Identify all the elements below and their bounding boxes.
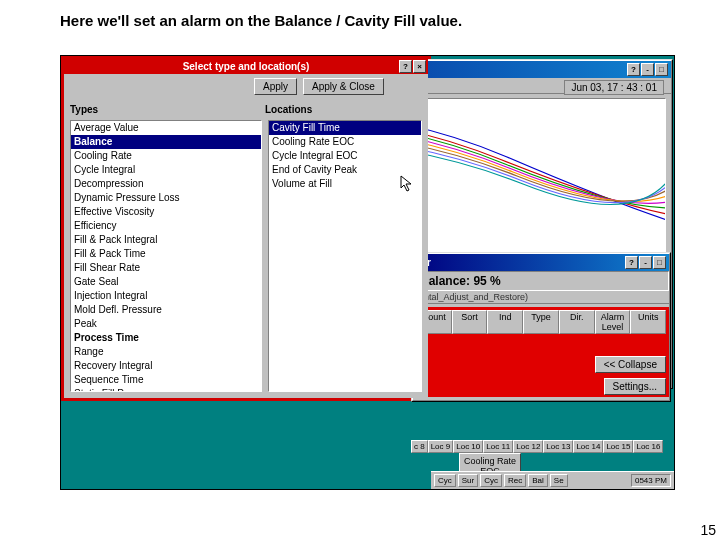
location-item[interactable]: Volume at Fill xyxy=(269,177,421,191)
type-item[interactable]: Average Value xyxy=(71,121,261,135)
location-item[interactable]: Cycle Integral EOC xyxy=(269,149,421,163)
settings-button[interactable]: Settings... xyxy=(604,378,666,395)
loc-tab[interactable]: Loc 10 xyxy=(453,440,483,453)
selector-titlebar[interactable]: Select type and location(s) ? × xyxy=(64,59,428,74)
mouse-cursor-icon xyxy=(400,175,414,193)
type-item[interactable]: Range xyxy=(71,345,261,359)
types-header: Types xyxy=(70,104,265,115)
type-item[interactable]: Fill & Pack Time xyxy=(71,247,261,261)
taskbar: CycSurCycRecBalSe0543 PM xyxy=(431,471,674,489)
alarm-panel: Count Sort Ind Type Dir. Alarm Level Uni… xyxy=(413,307,669,397)
type-item[interactable]: Injection Integral xyxy=(71,289,261,303)
instruction-caption: Here we'll set an alarm on the Balance /… xyxy=(60,12,462,29)
loc-tab[interactable]: Loc 9 xyxy=(428,440,454,453)
locations-listbox[interactable]: Cavity Fill TimeCooling Rate EOCCycle In… xyxy=(268,120,422,392)
type-item[interactable]: Effective Viscosity xyxy=(71,205,261,219)
locations-header: Locations xyxy=(265,104,312,115)
loc-tab[interactable]: Loc 11 xyxy=(483,440,513,453)
location-item[interactable]: End of Cavity Peak xyxy=(269,163,421,177)
type-item[interactable]: Mold Defl. Pressure xyxy=(71,303,261,317)
loc-tab[interactable]: Loc 16 xyxy=(633,440,663,453)
minimize-icon[interactable]: - xyxy=(641,63,654,76)
type-item[interactable]: Cycle Integral xyxy=(71,163,261,177)
loc-tab[interactable]: Loc 14 xyxy=(573,440,603,453)
loc-tab[interactable]: Loc 13 xyxy=(543,440,573,453)
viewer-window: ver ? - □ Balance: 95 % ental_Adjust_and… xyxy=(411,252,671,402)
taskbar-item[interactable]: Bal xyxy=(528,474,548,487)
taskbar-item[interactable]: Se xyxy=(550,474,568,487)
type-item[interactable]: Efficiency xyxy=(71,219,261,233)
type-item[interactable]: Fill & Pack Integral xyxy=(71,233,261,247)
type-item[interactable]: Decompression xyxy=(71,177,261,191)
taskbar-item[interactable]: Cyc xyxy=(434,474,456,487)
location-tabs: c 8Loc 9Loc 10Loc 11Loc 12Loc 13Loc 14Lo… xyxy=(411,440,663,453)
alarm-column-headers: Count Sort Ind Type Dir. Alarm Level Uni… xyxy=(416,310,666,334)
mold-name: ental_Adjust_and_Restore) xyxy=(413,291,669,304)
close-icon[interactable]: × xyxy=(413,60,426,73)
taskbar-clock: 0543 PM xyxy=(631,474,671,487)
minimize-icon[interactable]: - xyxy=(639,256,652,269)
types-listbox[interactable]: Average ValueBalanceCooling RateCycle In… xyxy=(70,120,262,392)
balance-readout: Balance: 95 % xyxy=(413,271,669,291)
taskbar-item[interactable]: Rec xyxy=(504,474,526,487)
page-number: 15 xyxy=(700,522,716,538)
apply-button[interactable]: Apply xyxy=(254,78,297,95)
help-icon[interactable]: ? xyxy=(625,256,638,269)
type-item[interactable]: Gate Seal xyxy=(71,275,261,289)
location-item[interactable]: Cavity Fill Time xyxy=(269,121,421,135)
select-type-location-dialog: Select type and location(s) ? × Apply Ap… xyxy=(61,56,431,401)
location-item[interactable]: Cooling Rate EOC xyxy=(269,135,421,149)
help-icon[interactable]: ? xyxy=(627,63,640,76)
type-item[interactable]: Dynamic Pressure Loss xyxy=(71,191,261,205)
viewer-titlebar[interactable]: ver ? - □ xyxy=(413,254,669,271)
collapse-button[interactable]: << Collapse xyxy=(595,356,666,373)
type-item[interactable]: Cooling Rate xyxy=(71,149,261,163)
type-item[interactable]: Fill Shear Rate xyxy=(71,261,261,275)
type-item[interactable]: Sequence Time xyxy=(71,373,261,387)
type-item[interactable]: Balance xyxy=(71,135,261,149)
taskbar-item[interactable]: Cyc xyxy=(480,474,502,487)
apply-close-button[interactable]: Apply & Close xyxy=(303,78,384,95)
help-icon[interactable]: ? xyxy=(399,60,412,73)
loc-tab[interactable]: Loc 12 xyxy=(513,440,543,453)
taskbar-item[interactable]: Sur xyxy=(458,474,478,487)
type-item[interactable]: Process Time xyxy=(71,331,261,345)
maximize-icon[interactable]: □ xyxy=(653,256,666,269)
loc-tab[interactable]: Loc 15 xyxy=(603,440,633,453)
desktop: Cycle Graph (Mold: Balance_Accidental_Ad… xyxy=(60,55,675,490)
cycle-timestamp: Jun 03, 17 : 43 : 01 xyxy=(564,80,664,95)
maximize-icon[interactable]: □ xyxy=(655,63,668,76)
loc-tab[interactable]: c 8 xyxy=(411,440,428,453)
type-item[interactable]: Recovery Integral xyxy=(71,359,261,373)
type-item[interactable]: Static Fill Pressure xyxy=(71,387,261,392)
type-item[interactable]: Peak xyxy=(71,317,261,331)
